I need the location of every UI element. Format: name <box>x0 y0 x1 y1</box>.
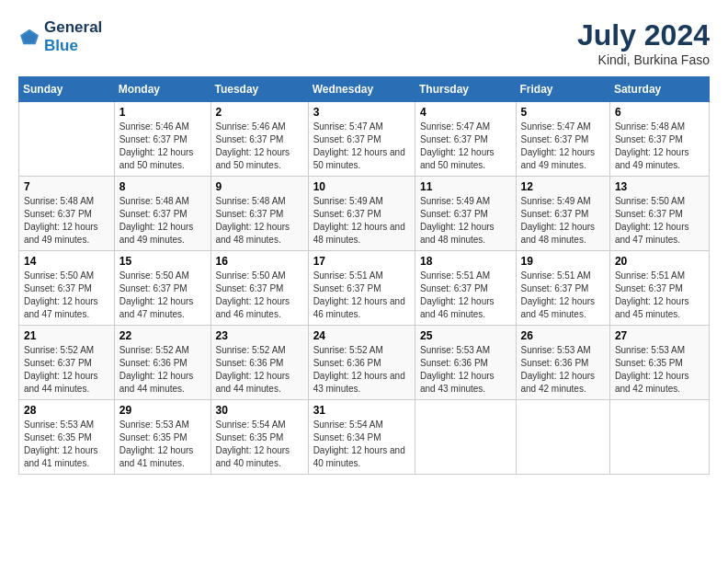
day-number: 3 <box>313 106 410 119</box>
page-header: General Blue July 2024 Kindi, Burkina Fa… <box>18 18 710 67</box>
day-number: 13 <box>615 180 704 193</box>
day-info: Sunrise: 5:48 AMSunset: 6:37 PMDaylight:… <box>24 195 109 247</box>
day-number: 6 <box>615 106 704 119</box>
col-header-tuesday: Tuesday <box>210 77 308 102</box>
day-number: 17 <box>313 255 410 268</box>
calendar-cell: 29Sunrise: 5:53 AMSunset: 6:35 PMDayligh… <box>114 400 210 475</box>
day-number: 11 <box>420 180 511 193</box>
day-number: 14 <box>24 255 109 268</box>
day-info: Sunrise: 5:50 AMSunset: 6:37 PMDaylight:… <box>615 195 704 247</box>
day-info: Sunrise: 5:53 AMSunset: 6:35 PMDaylight:… <box>119 419 206 470</box>
day-info: Sunrise: 5:53 AMSunset: 6:36 PMDaylight:… <box>420 344 511 396</box>
calendar-cell: 22Sunrise: 5:52 AMSunset: 6:36 PMDayligh… <box>114 326 210 400</box>
month-year: July 2024 <box>577 18 710 52</box>
logo-icon <box>18 28 40 46</box>
calendar-cell <box>19 102 115 177</box>
col-header-monday: Monday <box>114 77 210 102</box>
day-info: Sunrise: 5:49 AMSunset: 6:37 PMDaylight:… <box>521 195 605 247</box>
calendar-table: SundayMondayTuesdayWednesdayThursdayFrid… <box>18 76 710 475</box>
day-number: 16 <box>216 255 303 268</box>
calendar-cell: 16Sunrise: 5:50 AMSunset: 6:37 PMDayligh… <box>210 251 308 326</box>
day-number: 20 <box>615 255 704 268</box>
week-row-4: 21Sunrise: 5:52 AMSunset: 6:37 PMDayligh… <box>19 326 710 400</box>
day-number: 7 <box>24 180 109 193</box>
title-block: July 2024 Kindi, Burkina Faso <box>577 18 710 67</box>
calendar-cell: 1Sunrise: 5:46 AMSunset: 6:37 PMDaylight… <box>114 102 210 177</box>
day-number: 4 <box>420 106 511 119</box>
week-row-1: 1Sunrise: 5:46 AMSunset: 6:37 PMDaylight… <box>19 102 710 177</box>
calendar-cell: 13Sunrise: 5:50 AMSunset: 6:37 PMDayligh… <box>609 177 709 251</box>
day-info: Sunrise: 5:49 AMSunset: 6:37 PMDaylight:… <box>420 195 511 247</box>
calendar-cell: 23Sunrise: 5:52 AMSunset: 6:36 PMDayligh… <box>210 326 308 400</box>
day-number: 27 <box>615 329 704 342</box>
location: Kindi, Burkina Faso <box>577 52 710 67</box>
calendar-cell <box>516 400 609 475</box>
day-info: Sunrise: 5:54 AMSunset: 6:34 PMDaylight:… <box>313 419 410 470</box>
calendar-cell: 10Sunrise: 5:49 AMSunset: 6:37 PMDayligh… <box>308 177 415 251</box>
calendar-cell: 25Sunrise: 5:53 AMSunset: 6:36 PMDayligh… <box>415 326 516 400</box>
col-header-wednesday: Wednesday <box>308 77 415 102</box>
week-row-5: 28Sunrise: 5:53 AMSunset: 6:35 PMDayligh… <box>19 400 710 475</box>
day-number: 22 <box>119 329 206 342</box>
day-info: Sunrise: 5:51 AMSunset: 6:37 PMDaylight:… <box>420 270 511 321</box>
calendar-cell: 17Sunrise: 5:51 AMSunset: 6:37 PMDayligh… <box>308 251 415 326</box>
day-info: Sunrise: 5:47 AMSunset: 6:37 PMDaylight:… <box>420 121 511 172</box>
day-info: Sunrise: 5:53 AMSunset: 6:36 PMDaylight:… <box>521 344 605 396</box>
logo-text: General <box>44 18 102 37</box>
week-row-3: 14Sunrise: 5:50 AMSunset: 6:37 PMDayligh… <box>19 251 710 326</box>
day-info: Sunrise: 5:48 AMSunset: 6:37 PMDaylight:… <box>615 121 704 172</box>
day-info: Sunrise: 5:51 AMSunset: 6:37 PMDaylight:… <box>615 270 704 321</box>
day-number: 29 <box>119 404 206 417</box>
day-info: Sunrise: 5:47 AMSunset: 6:37 PMDaylight:… <box>313 121 410 172</box>
day-number: 25 <box>420 329 511 342</box>
calendar-cell: 12Sunrise: 5:49 AMSunset: 6:37 PMDayligh… <box>516 177 609 251</box>
calendar-cell <box>415 400 516 475</box>
day-info: Sunrise: 5:52 AMSunset: 6:36 PMDaylight:… <box>216 344 303 396</box>
calendar-cell: 27Sunrise: 5:53 AMSunset: 6:35 PMDayligh… <box>609 326 709 400</box>
day-info: Sunrise: 5:48 AMSunset: 6:37 PMDaylight:… <box>119 195 206 247</box>
day-number: 12 <box>521 180 605 193</box>
calendar-cell: 15Sunrise: 5:50 AMSunset: 6:37 PMDayligh… <box>114 251 210 326</box>
col-header-friday: Friday <box>516 77 609 102</box>
day-info: Sunrise: 5:50 AMSunset: 6:37 PMDaylight:… <box>216 270 303 321</box>
day-number: 21 <box>24 329 109 342</box>
day-info: Sunrise: 5:50 AMSunset: 6:37 PMDaylight:… <box>119 270 206 321</box>
calendar-cell: 14Sunrise: 5:50 AMSunset: 6:37 PMDayligh… <box>19 251 115 326</box>
day-info: Sunrise: 5:52 AMSunset: 6:37 PMDaylight:… <box>24 344 109 396</box>
calendar-cell: 11Sunrise: 5:49 AMSunset: 6:37 PMDayligh… <box>415 177 516 251</box>
day-number: 30 <box>216 404 303 417</box>
day-number: 23 <box>216 329 303 342</box>
day-number: 19 <box>521 255 605 268</box>
calendar-cell: 9Sunrise: 5:48 AMSunset: 6:37 PMDaylight… <box>210 177 308 251</box>
calendar-cell: 4Sunrise: 5:47 AMSunset: 6:37 PMDaylight… <box>415 102 516 177</box>
col-header-saturday: Saturday <box>609 77 709 102</box>
calendar-cell: 20Sunrise: 5:51 AMSunset: 6:37 PMDayligh… <box>609 251 709 326</box>
calendar-cell: 18Sunrise: 5:51 AMSunset: 6:37 PMDayligh… <box>415 251 516 326</box>
calendar-cell: 5Sunrise: 5:47 AMSunset: 6:37 PMDaylight… <box>516 102 609 177</box>
day-number: 31 <box>313 404 410 417</box>
day-number: 24 <box>313 329 410 342</box>
calendar-cell: 8Sunrise: 5:48 AMSunset: 6:37 PMDaylight… <box>114 177 210 251</box>
calendar-header-row: SundayMondayTuesdayWednesdayThursdayFrid… <box>19 77 710 102</box>
day-info: Sunrise: 5:47 AMSunset: 6:37 PMDaylight:… <box>521 121 605 172</box>
day-info: Sunrise: 5:51 AMSunset: 6:37 PMDaylight:… <box>521 270 605 321</box>
day-number: 8 <box>119 180 206 193</box>
calendar-cell: 24Sunrise: 5:52 AMSunset: 6:36 PMDayligh… <box>308 326 415 400</box>
week-row-2: 7Sunrise: 5:48 AMSunset: 6:37 PMDaylight… <box>19 177 710 251</box>
calendar-cell: 19Sunrise: 5:51 AMSunset: 6:37 PMDayligh… <box>516 251 609 326</box>
calendar-cell: 6Sunrise: 5:48 AMSunset: 6:37 PMDaylight… <box>609 102 709 177</box>
day-info: Sunrise: 5:52 AMSunset: 6:36 PMDaylight:… <box>313 344 410 396</box>
day-info: Sunrise: 5:46 AMSunset: 6:37 PMDaylight:… <box>119 121 206 172</box>
calendar-cell: 26Sunrise: 5:53 AMSunset: 6:36 PMDayligh… <box>516 326 609 400</box>
day-info: Sunrise: 5:50 AMSunset: 6:37 PMDaylight:… <box>24 270 109 321</box>
day-number: 9 <box>216 180 303 193</box>
day-number: 10 <box>313 180 410 193</box>
col-header-thursday: Thursday <box>415 77 516 102</box>
calendar-cell <box>609 400 709 475</box>
day-number: 2 <box>216 106 303 119</box>
day-info: Sunrise: 5:52 AMSunset: 6:36 PMDaylight:… <box>119 344 206 396</box>
calendar-cell: 3Sunrise: 5:47 AMSunset: 6:37 PMDaylight… <box>308 102 415 177</box>
day-info: Sunrise: 5:48 AMSunset: 6:37 PMDaylight:… <box>216 195 303 247</box>
day-number: 18 <box>420 255 511 268</box>
day-info: Sunrise: 5:51 AMSunset: 6:37 PMDaylight:… <box>313 270 410 321</box>
